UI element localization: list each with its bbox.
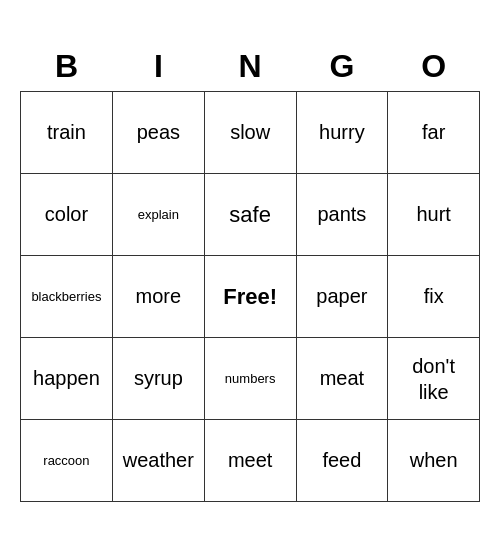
bingo-cell: slow bbox=[204, 92, 296, 174]
bingo-cell: hurt bbox=[388, 174, 480, 256]
bingo-cell: when bbox=[388, 420, 480, 502]
bingo-cell: explain bbox=[112, 174, 204, 256]
bingo-cell: peas bbox=[112, 92, 204, 174]
bingo-card: BINGO trainpeasslowhurryfarcolorexplains… bbox=[20, 42, 480, 503]
bingo-header-cell: N bbox=[204, 42, 296, 92]
bingo-row: trainpeasslowhurryfar bbox=[21, 92, 480, 174]
bingo-cell: feed bbox=[296, 420, 388, 502]
bingo-header-cell: I bbox=[112, 42, 204, 92]
bingo-cell: meet bbox=[204, 420, 296, 502]
bingo-cell: meat bbox=[296, 338, 388, 420]
bingo-row: raccoonweathermeetfeedwhen bbox=[21, 420, 480, 502]
bingo-cell: color bbox=[21, 174, 113, 256]
bingo-row: happensyrupnumbersmeatdon'tlike bbox=[21, 338, 480, 420]
bingo-row: colorexplainsafepantshurt bbox=[21, 174, 480, 256]
bingo-cell: more bbox=[112, 256, 204, 338]
bingo-header-cell: B bbox=[21, 42, 113, 92]
bingo-cell: train bbox=[21, 92, 113, 174]
bingo-header-cell: O bbox=[388, 42, 480, 92]
bingo-cell: fix bbox=[388, 256, 480, 338]
bingo-cell: numbers bbox=[204, 338, 296, 420]
bingo-cell: safe bbox=[204, 174, 296, 256]
bingo-cell: Free! bbox=[204, 256, 296, 338]
bingo-cell: far bbox=[388, 92, 480, 174]
bingo-cell: hurry bbox=[296, 92, 388, 174]
bingo-row: blackberriesmoreFree!paperfix bbox=[21, 256, 480, 338]
bingo-cell: blackberries bbox=[21, 256, 113, 338]
bingo-cell: weather bbox=[112, 420, 204, 502]
bingo-cell: paper bbox=[296, 256, 388, 338]
bingo-cell: syrup bbox=[112, 338, 204, 420]
bingo-cell: don'tlike bbox=[388, 338, 480, 420]
bingo-cell: pants bbox=[296, 174, 388, 256]
bingo-header-cell: G bbox=[296, 42, 388, 92]
bingo-cell: raccoon bbox=[21, 420, 113, 502]
bingo-header-row: BINGO bbox=[21, 42, 480, 92]
bingo-cell: happen bbox=[21, 338, 113, 420]
